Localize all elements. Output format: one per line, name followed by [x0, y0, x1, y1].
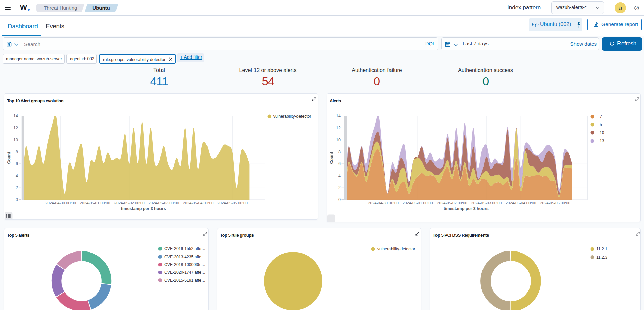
svg-text:2024-05-01 00:00: 2024-05-01 00:00 [402, 201, 433, 205]
svg-text:timestamp per 3 hours: timestamp per 3 hours [121, 206, 166, 211]
svg-text:Count: Count [7, 152, 11, 164]
svg-text:2024-05-05 00:00: 2024-05-05 00:00 [540, 201, 570, 205]
svg-text:CVE-2019-1552 affe…: CVE-2019-1552 affe… [164, 246, 205, 251]
svg-text:vulnerability-detector: vulnerability-detector [377, 247, 415, 251]
svg-text:12: 12 [13, 126, 18, 130]
svg-text:2024-04-30 00:00: 2024-04-30 00:00 [368, 201, 399, 205]
svg-text:2024-05-03 00:00: 2024-05-03 00:00 [471, 201, 502, 205]
svg-text:2024-05-02 00:00: 2024-05-02 00:00 [114, 201, 145, 205]
svg-text:10: 10 [336, 138, 341, 142]
svg-text:13: 13 [600, 139, 604, 143]
svg-text:6: 6 [16, 161, 18, 166]
svg-text:2024-05-02 00:00: 2024-05-02 00:00 [437, 201, 467, 205]
svg-text:10: 10 [13, 138, 18, 142]
svg-text:8: 8 [338, 150, 341, 154]
svg-text:8: 8 [16, 150, 18, 154]
svg-text:14: 14 [336, 114, 341, 118]
svg-text:14: 14 [13, 114, 18, 118]
svg-text:12: 12 [336, 126, 341, 130]
svg-text:timestamp per 3 hours: timestamp per 3 hours [444, 206, 489, 211]
svg-text:10: 10 [600, 130, 604, 135]
svg-text:CVE-2013-4235 affe…: CVE-2013-4235 affe… [164, 255, 205, 259]
svg-text:vulnerability-detector: vulnerability-detector [273, 114, 311, 119]
svg-text:2024-05-03 00:00: 2024-05-03 00:00 [148, 201, 179, 205]
svg-text:2024-04-30 00:00: 2024-04-30 00:00 [45, 201, 76, 205]
svg-text:Count: Count [329, 152, 334, 164]
svg-text:2024-05-04 00:00: 2024-05-04 00:00 [183, 201, 214, 205]
svg-text:11.2.1: 11.2.1 [596, 247, 607, 251]
svg-text:11.2.3: 11.2.3 [596, 255, 607, 260]
svg-text:2024-05-01 00:00: 2024-05-01 00:00 [80, 201, 110, 205]
svg-text:2: 2 [16, 185, 18, 190]
svg-text:4: 4 [338, 173, 341, 178]
svg-text:0: 0 [16, 197, 18, 202]
svg-text:2024-05-04 00:00: 2024-05-04 00:00 [506, 201, 536, 205]
svg-text:2024-05-05 00:00: 2024-05-05 00:00 [217, 201, 248, 205]
svg-text:?: ? [636, 6, 638, 10]
svg-text:CVE-2020-1747 affe…: CVE-2020-1747 affe… [164, 270, 205, 275]
svg-text:6: 6 [338, 161, 341, 166]
svg-text:5: 5 [600, 122, 602, 127]
svg-text:4: 4 [16, 173, 18, 178]
svg-text:7: 7 [600, 114, 602, 119]
svg-text:CVE-2015-5191 affe…: CVE-2015-5191 affe… [164, 278, 205, 283]
svg-text:CVE-2018-1000035 …: CVE-2018-1000035 … [164, 262, 205, 267]
svg-text:0: 0 [338, 197, 341, 202]
svg-text:2: 2 [338, 185, 341, 190]
